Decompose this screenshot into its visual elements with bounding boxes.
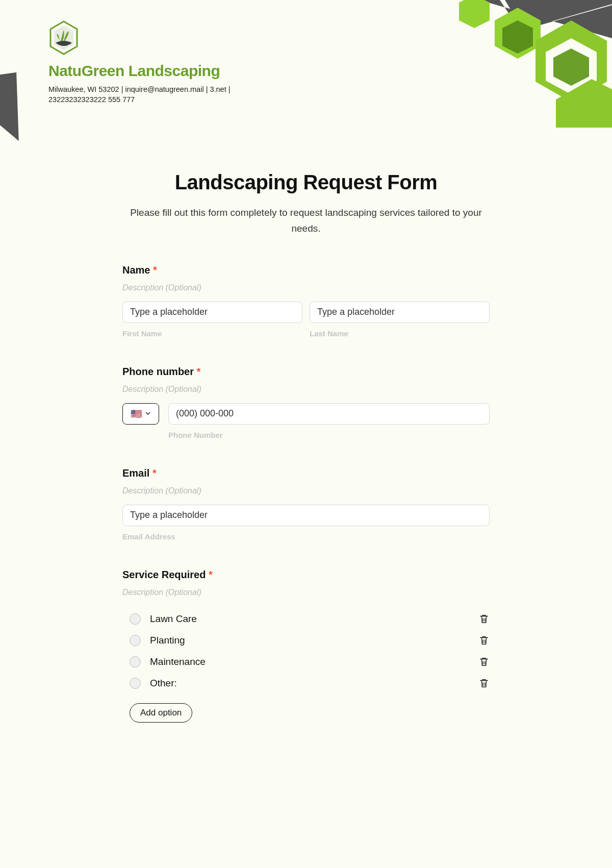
name-label: Name * [122, 264, 490, 276]
option-label[interactable]: Lawn Care [150, 613, 478, 625]
service-option-row: Planting [122, 630, 490, 651]
service-options: Lawn Care Planting Maintenance Other: [122, 608, 490, 694]
email-input[interactable] [122, 505, 490, 526]
svg-marker-4 [502, 20, 533, 54]
service-label: Service Required * [122, 569, 490, 581]
country-code-select[interactable]: 🇺🇸 [122, 403, 159, 425]
name-label-text: Name [122, 264, 150, 276]
company-contact-line: Milwaukee, WI 53202 | inquire@natugreen.… [48, 85, 286, 105]
svg-marker-7 [553, 48, 589, 86]
flag-icon: 🇺🇸 [131, 409, 142, 418]
page-header: NatuGreen Landscaping Milwaukee, WI 5320… [0, 0, 286, 105]
required-star: * [153, 264, 157, 276]
option-label[interactable]: Other: [150, 678, 478, 689]
service-option-row: Maintenance [122, 651, 490, 673]
required-star: * [152, 467, 157, 479]
phone-description-placeholder[interactable]: Description (Optional) [122, 385, 490, 394]
email-description-placeholder[interactable]: Description (Optional) [122, 486, 490, 495]
header-decoration [306, 0, 612, 128]
svg-marker-0 [505, 0, 612, 30]
company-name: NatuGreen Landscaping [48, 62, 286, 80]
svg-marker-6 [546, 38, 597, 94]
required-star: * [209, 569, 213, 580]
name-description-placeholder[interactable]: Description (Optional) [122, 283, 490, 292]
form-title: Landscaping Request Form [122, 171, 490, 194]
add-option-button[interactable]: Add option [130, 703, 192, 723]
email-sublabel: Email Address [122, 532, 490, 541]
first-name-input[interactable] [122, 302, 302, 323]
radio-lawn-care[interactable] [130, 613, 141, 625]
radio-maintenance[interactable] [130, 656, 141, 667]
first-name-sublabel: First Name [122, 329, 302, 338]
email-label: Email * [122, 467, 490, 479]
form-container: Landscaping Request Form Please fill out… [122, 171, 490, 723]
service-description-placeholder[interactable]: Description (Optional) [122, 588, 490, 597]
trash-icon[interactable] [478, 635, 490, 646]
email-label-text: Email [122, 467, 149, 479]
svg-marker-10 [54, 26, 73, 50]
trash-icon[interactable] [478, 613, 490, 625]
trash-icon[interactable] [478, 678, 490, 689]
chevron-down-icon [145, 410, 151, 418]
field-name: Name * Description (Optional) First Name… [122, 264, 490, 338]
option-label[interactable]: Planting [150, 635, 478, 646]
radio-planting[interactable] [130, 635, 141, 646]
svg-marker-3 [495, 8, 541, 59]
svg-marker-8 [556, 79, 612, 128]
last-name-sublabel: Last Name [310, 329, 490, 338]
service-label-text: Service Required [122, 569, 206, 580]
trash-icon[interactable] [478, 656, 490, 667]
phone-label-text: Phone number [122, 366, 194, 377]
form-description: Please fill out this form completely to … [122, 205, 490, 236]
svg-marker-2 [459, 0, 490, 28]
svg-marker-1 [479, 0, 612, 38]
field-service: Service Required * Description (Optional… [122, 569, 490, 723]
last-name-input[interactable] [310, 302, 490, 323]
logo [48, 20, 286, 57]
phone-sublabel: Phone Number [168, 431, 490, 439]
service-option-row: Other: [122, 673, 490, 694]
phone-label: Phone number * [122, 366, 490, 378]
option-label[interactable]: Maintenance [150, 656, 478, 667]
service-option-row: Lawn Care [122, 608, 490, 630]
phone-input[interactable] [168, 403, 490, 425]
field-phone: Phone number * Description (Optional) 🇺🇸… [122, 366, 490, 439]
svg-marker-5 [536, 20, 607, 102]
radio-other[interactable] [130, 678, 141, 689]
field-email: Email * Description (Optional) Email Add… [122, 467, 490, 541]
required-star: * [197, 366, 201, 377]
